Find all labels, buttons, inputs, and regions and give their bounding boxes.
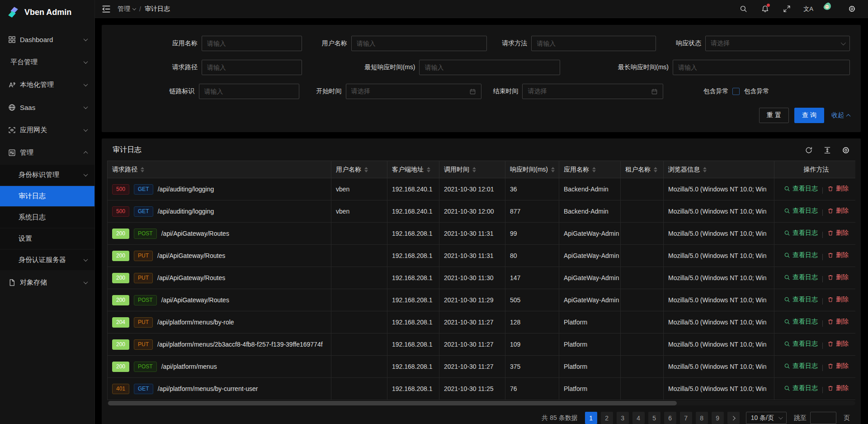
page-button-8[interactable]: 8 — [696, 412, 708, 424]
delete-button[interactable]: 删除 — [827, 295, 849, 304]
column-header-1[interactable]: 用户名称 — [331, 161, 387, 178]
path-input[interactable] — [202, 60, 302, 75]
sidebar-item-身份标识管理[interactable]: 身份标识管理 — [0, 165, 94, 185]
sidebar-item-应用网关[interactable]: 应用网关 — [0, 119, 94, 140]
status-badge: 200 — [112, 229, 129, 239]
settings-icon[interactable] — [844, 0, 860, 18]
delete-button[interactable]: 删除 — [827, 318, 849, 326]
user-name — [331, 356, 387, 378]
method-input[interactable] — [531, 36, 656, 51]
sidebar-item-saas[interactable]: Saas — [0, 97, 94, 118]
query-button[interactable]: 查 询 — [794, 108, 824, 123]
audit-log-table: 请求路径用户名称客户端地址调用时间响应时间(ms)应用名称租户名称浏览器信息操作… — [107, 161, 855, 400]
sidebar-item-本地化管理[interactable]: 本地化管理 — [0, 74, 94, 95]
max_time-input[interactable] — [673, 60, 850, 75]
request-path: /api/platform/menus/by-role — [157, 319, 234, 326]
page-button-9[interactable]: 9 — [712, 412, 724, 424]
sidebar-item-平台管理[interactable]: 平台管理 — [0, 52, 94, 72]
placeholder-text: 请选择 — [351, 87, 469, 95]
view-log-button[interactable]: 查看日志 — [784, 207, 818, 215]
page-button-3[interactable]: 3 — [617, 412, 629, 424]
breadcrumb-parent[interactable]: 管理 — [118, 5, 136, 13]
column-header-6[interactable]: 租户名称 — [621, 161, 664, 178]
delete-button[interactable]: 删除 — [827, 340, 849, 348]
column-settings-icon[interactable] — [842, 146, 850, 154]
user-name — [331, 333, 387, 356]
delete-button[interactable]: 删除 — [827, 251, 849, 259]
column-header-0[interactable]: 请求路径 — [108, 161, 331, 178]
sidebar-item-管理[interactable]: 管理 — [0, 142, 94, 163]
trace_id-input[interactable] — [199, 84, 299, 99]
chevron-down-icon — [84, 127, 88, 132]
delete-button[interactable]: 删除 — [827, 384, 849, 392]
page-button-6[interactable]: 6 — [664, 412, 676, 424]
scrollbar-thumb[interactable] — [108, 401, 677, 405]
sidebar-item-label: 本地化管理 — [20, 81, 80, 89]
user_name-input[interactable] — [351, 36, 487, 51]
view-log-button[interactable]: 查看日志 — [784, 273, 818, 281]
search-icon[interactable] — [735, 0, 751, 18]
reset-button[interactable]: 重 置 — [759, 108, 789, 123]
column-header-4[interactable]: 响应时间(ms) — [505, 161, 559, 178]
view-log-button[interactable]: 查看日志 — [784, 318, 818, 326]
app-name: ApiGateWay-Admin — [559, 223, 621, 245]
sidebar-item-对象存储[interactable]: 对象存储 — [0, 272, 94, 293]
sort-icon — [551, 167, 555, 172]
delete-button[interactable]: 删除 — [827, 185, 849, 193]
view-log-button[interactable]: 查看日志 — [784, 251, 818, 259]
translate-icon[interactable]: 文A — [800, 0, 816, 18]
end_time-date-picker[interactable]: 请选择 — [522, 84, 663, 99]
horizontal-scrollbar[interactable] — [107, 401, 855, 405]
delete-button[interactable]: 删除 — [827, 362, 849, 370]
delete-button[interactable]: 删除 — [827, 273, 849, 281]
exception-checkbox[interactable] — [732, 88, 740, 95]
column-header-7[interactable]: 浏览器信息 — [664, 161, 774, 178]
view-log-button[interactable]: 查看日志 — [784, 295, 818, 304]
app_name-input[interactable] — [202, 36, 302, 51]
table-row: 204PUT/api/platform/menus/by-role192.168… — [108, 311, 856, 333]
sidebar-item-设置[interactable]: 设置 — [0, 229, 94, 249]
start_time-date-picker[interactable]: 请选择 — [346, 84, 481, 99]
column-header-3[interactable]: 调用时间 — [439, 161, 505, 178]
filter-row: 应用名称用户名称请求方法响应状态请选择 — [113, 36, 850, 51]
app-logo[interactable]: Vben Admin — [0, 0, 94, 24]
page-button-5[interactable]: 5 — [648, 412, 660, 424]
delete-button[interactable]: 删除 — [827, 229, 849, 237]
chevron-up-icon — [84, 151, 88, 155]
view-log-button[interactable]: 查看日志 — [784, 362, 818, 370]
sidebar-item-审计日志[interactable]: 审计日志 — [0, 186, 94, 206]
fullscreen-icon[interactable] — [778, 0, 795, 18]
sidebar-item-dashboard[interactable]: Dashboard — [0, 29, 94, 50]
page-size-select[interactable]: 10 条/页 — [746, 412, 787, 424]
avatar[interactable] — [822, 0, 838, 18]
menu-fold-icon[interactable] — [101, 4, 111, 14]
status-select[interactable]: 请选择 — [705, 36, 850, 51]
page-button-7[interactable]: 7 — [680, 412, 692, 424]
trace_id-label: 链路标识 — [170, 87, 199, 95]
response-time: 877 — [505, 200, 559, 223]
jump-page-input[interactable] — [810, 412, 836, 424]
delete-button[interactable]: 删除 — [827, 207, 849, 215]
view-log-button[interactable]: 查看日志 — [784, 229, 818, 237]
page-button-4[interactable]: 4 — [632, 412, 645, 424]
row-height-icon[interactable] — [823, 146, 831, 154]
view-log-button[interactable]: 查看日志 — [784, 384, 818, 392]
page-button-1[interactable]: 1 — [585, 412, 597, 424]
column-header-5[interactable]: 应用名称 — [559, 161, 621, 178]
column-label: 调用时间 — [444, 166, 469, 174]
notification-icon[interactable] — [757, 0, 773, 18]
view-log-button[interactable]: 查看日志 — [784, 340, 818, 348]
chevron-down-icon — [84, 172, 88, 176]
page-button-2[interactable]: 2 — [601, 412, 613, 424]
refresh-icon[interactable] — [805, 146, 813, 154]
next-page-button[interactable] — [727, 412, 740, 424]
view-log-button[interactable]: 查看日志 — [784, 185, 818, 193]
min_time-input[interactable] — [419, 60, 560, 75]
collapse-link[interactable]: 收起 — [831, 111, 850, 119]
column-header-2[interactable]: 客户端地址 — [387, 161, 439, 178]
sidebar-item-系统日志[interactable]: 系统日志 — [0, 207, 94, 228]
sidebar-item-身份认证服务器[interactable]: 身份认证服务器 — [0, 250, 94, 270]
magnifier-icon — [784, 230, 790, 236]
app-name: ApiGateWay-Admin — [559, 245, 621, 267]
browser-info: Mozilla/5.0 (Windows NT 10.0; Win — [664, 356, 774, 378]
